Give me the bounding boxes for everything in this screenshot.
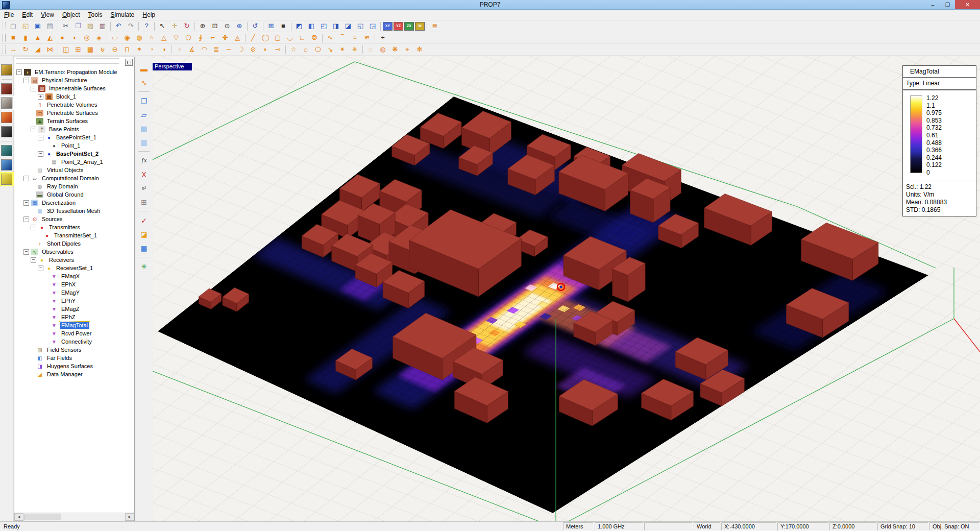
delete-icon[interactable]: ▥ [97,20,108,32]
scroll-left-arrow[interactable]: ◄ [14,513,23,521]
undo-icon[interactable]: ↶ [113,20,124,32]
tree-item-huygens-surfaces[interactable]: ◨Huygens Surfaces [14,362,134,370]
split-tool-icon[interactable]: ◑ [158,44,169,55]
module-emcube-icon[interactable] [1,64,12,76]
tree-item-short-dipoles[interactable]: ↑Short Dipoles [14,239,134,248]
zoom-extents-icon[interactable]: ⊛ [234,20,245,32]
save-icon[interactable]: ▣ [32,20,43,32]
module-emtempo-icon[interactable] [1,83,12,94]
hexagon-tool-icon[interactable]: ⬡ [312,44,324,55]
link-tool-icon[interactable]: ⋈ [44,44,56,55]
restore-button[interactable]: ❐ [940,0,955,9]
viewport-single-icon[interactable]: ■ [278,20,289,32]
plane-xy-icon[interactable]: XY [383,22,393,31]
module-emillumina-icon[interactable] [1,112,12,123]
draw-elbow-icon[interactable]: ∟ [297,32,308,43]
view-cube-shaded-icon[interactable]: ◩ [293,20,305,32]
draw-curtain-icon[interactable]: ◬ [232,32,243,43]
star-poly-icon[interactable]: ✴ [337,44,348,55]
menu-simulate[interactable]: Simulate [107,10,139,19]
copy-icon[interactable]: ❐ [72,20,84,32]
tree-item-impenetrable-surfaces[interactable]: −▥Impenetrable Surfaces [14,84,134,92]
wire-frame-icon[interactable]: ▫ [174,44,185,55]
tree-item-emagtotal[interactable]: ▼EMagTotal [14,321,134,329]
tree-expander[interactable]: + [38,94,43,100]
tree-expander[interactable]: − [31,86,36,91]
view-cube-left-icon[interactable]: ◧ [306,20,317,32]
tree-expander[interactable]: − [23,249,29,255]
redo-icon[interactable]: ↷ [125,20,136,32]
tree-item-ephx[interactable]: ▼EPhX [14,280,134,288]
plane-zx-icon[interactable]: ZX [404,22,414,31]
poly-star-icon[interactable]: ☆ [288,44,299,55]
zoom-in-icon[interactable]: ⊕ [197,20,208,32]
draw-box-icon[interactable]: ■ [8,32,19,43]
tree-item-data-manager[interactable]: ◪Data Manager [14,370,134,378]
draw-capped-cone-icon[interactable]: ◍ [134,32,145,43]
tree-item-receiverset-1[interactable]: −●ReceiverSet_1 [14,264,134,272]
select-cursor-icon[interactable]: ↖ [157,20,168,32]
wedge-tool-icon[interactable]: ◔ [146,44,157,55]
scroll-right-arrow[interactable]: ► [125,513,134,521]
math-icon[interactable]: x² [138,182,150,194]
scroll-thumb[interactable] [24,514,61,520]
cut-icon[interactable]: ✂ [60,20,71,32]
print-icon[interactable]: ▤ [44,20,56,32]
viewport-layout-icon[interactable]: ⊞ [265,20,277,32]
tree-item-emagy[interactable]: ▼EMagY [14,288,134,297]
minimize-button[interactable]: – [925,0,940,9]
explode-tool-icon[interactable]: ✶ [134,44,145,55]
menu-object[interactable]: Object [58,10,84,19]
close-button[interactable]: ✕ [955,0,980,9]
tree-expander[interactable]: − [23,176,29,181]
zoom-previous-icon[interactable]: ↺ [250,20,261,32]
module-emterrano-icon[interactable] [1,98,12,109]
add-tool-icon[interactable]: + [377,32,388,43]
pan-icon[interactable]: ✛ [169,20,180,32]
menu-file[interactable]: File [0,10,18,19]
fx-icon[interactable]: ƒx [138,155,150,166]
tree-expander[interactable]: − [16,69,22,75]
duplicate-tool-icon[interactable]: ⊞ [72,44,84,55]
draw-pyramid-icon[interactable]: ◭ [44,32,56,43]
draw-ellipsoid-icon[interactable]: ◖ [69,32,80,43]
draw-curve-icon[interactable]: ⌒ [337,32,348,43]
flower-icon[interactable]: ✻ [414,44,425,55]
frequency-sine-icon[interactable]: ∿ [138,77,150,88]
menu-tools[interactable]: Tools [84,10,107,19]
tree-item-ray-domain[interactable]: ◍Ray Domain [14,182,134,190]
mesh-settings-icon[interactable]: ▩ [138,136,150,148]
tree-item-basepointset-2[interactable]: −●BasePointSet_2 [14,150,134,158]
dotted-circle-icon[interactable]: ◌ [365,44,376,55]
tree-item-emagz[interactable]: ▼EMagZ [14,305,134,313]
module-empicasso-icon[interactable] [1,145,12,156]
draw-torus-icon[interactable]: ◎ [81,32,92,43]
tree-item-emagx[interactable]: ▼EMagX [14,272,134,280]
draw-disc-icon[interactable]: ◉ [121,32,133,43]
zoom-window-icon[interactable]: ⊡ [209,20,220,32]
draw-wave-icon[interactable]: ≋ [361,32,373,43]
protractor-icon[interactable]: ∡ [186,44,198,55]
draw-funnel-icon[interactable]: ▽ [170,32,182,43]
module-emlibera-icon[interactable] [1,126,12,137]
tree-expander[interactable]: − [23,216,29,222]
draw-bicone-icon[interactable]: ◈ [93,32,105,43]
scale-tool-icon[interactable]: ◢ [32,44,43,55]
tree-item-point-1[interactable]: ●Point_1 [14,141,134,150]
dome-icon[interactable]: ◗ [260,44,271,55]
view-cube-solid-icon[interactable]: ◪ [342,20,354,32]
draw-triangle-icon[interactable]: △ [158,32,169,43]
draw-ellipse-icon[interactable]: ○ [146,32,157,43]
snap-grid-icon[interactable]: ✳ [349,44,360,55]
moon-revolve-icon[interactable]: ☽ [235,44,247,55]
tree-expander[interactable]: − [38,266,43,271]
domain-box-icon[interactable]: ▱ [138,109,150,120]
view-cube-top-icon[interactable]: ◱ [355,20,366,32]
tree-item-connectivity[interactable]: ▼Connectivity [14,337,134,346]
tree-expander[interactable]: − [23,78,29,83]
tree-item-discretization[interactable]: −▦Discretization [14,199,134,207]
calculator-icon[interactable]: ▦ [138,242,150,254]
revolve-icon[interactable]: ◠ [199,44,210,55]
boolean-union-icon[interactable]: ⊎ [97,44,108,55]
tree-item-ephz[interactable]: ▼EPhZ [14,313,134,321]
